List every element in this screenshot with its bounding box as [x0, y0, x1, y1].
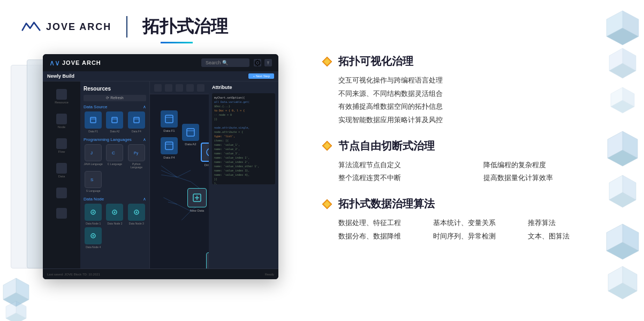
toolbar-btn-4: [186, 84, 194, 92]
bottom-bar-status: Ready: [265, 273, 274, 276]
app-bottom-bar: Last saved: JOVE Block TD: 10.2021 Ready: [43, 268, 278, 279]
sidebar-item-2: Node: [43, 110, 80, 132]
data-item-2: Data A2: [105, 111, 124, 133]
data-icon-1: [85, 111, 102, 129]
svg-line-46: [161, 170, 177, 177]
dnode-label-4: Data Node 4: [86, 245, 101, 249]
sidebar-icon-4: [56, 163, 67, 174]
svg-line-54: [168, 202, 177, 204]
svg-point-38: [93, 212, 94, 213]
programming-section: Programming Languages ∧: [84, 137, 146, 142]
app-main-panel: Resources ⟳ Refresh Data Source ∧: [80, 81, 278, 279]
feature-2-item-1: 算法流程节点自定义: [338, 159, 467, 172]
feature-section-2: 节点自由切断式治理 算法流程节点自定义 降低编程的复杂程度 整个流程连贯不中断 …: [321, 139, 612, 185]
sidebar-item-5: [43, 184, 80, 201]
data-icon-3: [128, 111, 145, 129]
feature-3-item-4: 时间序列、异常检测: [433, 230, 517, 243]
app-search-area: Search 🔍 ⚙ T: [201, 58, 272, 67]
feature-3-grid: 数据处理、特征工程 基本统计、变量关系 推荐算法 数据分布、数据降维 时间序列、…: [321, 217, 612, 243]
toolbar-btn-1: [154, 84, 162, 92]
dnode-label-1: Data Node 1: [86, 222, 101, 225]
node-label-data2: Data A2: [185, 143, 196, 146]
svg-text:C: C: [112, 151, 115, 155]
sidebar-icon-6: [56, 208, 67, 219]
bottom-bar-text: Last saved: JOVE Block TD: 10.2021: [47, 273, 100, 276]
sidebar-item-3: Flow: [43, 135, 80, 156]
prog-icon-2: C: [106, 144, 123, 161]
programming-label: Programming Languages: [84, 137, 132, 142]
user-icon: T: [264, 59, 272, 66]
svg-point-42: [135, 212, 137, 213]
app-sidebar: Resource Node Flow Data: [43, 81, 80, 279]
resources-panel-title: Resources: [84, 86, 111, 92]
node-icon-data1: [161, 110, 178, 128]
data-node-section: Data Node ∧: [84, 197, 146, 201]
prog-label-1: JAVA Language: [84, 162, 103, 166]
data-item-1: Data F1: [84, 111, 103, 133]
svg-text:Py: Py: [134, 151, 139, 155]
dnode-item-4: Data Node 4: [84, 227, 103, 249]
resources-panel: Resources ⟳ Refresh Data Source ∧: [80, 81, 150, 279]
sidebar-label-2: Node: [58, 125, 65, 129]
svg-rect-29: [112, 117, 117, 123]
prog-label-2: C Language: [108, 162, 122, 166]
logo-text: JOVE ARCH: [46, 21, 111, 33]
data-source-label: Data Source: [84, 104, 107, 109]
main-content: ∧∨ JOVE ARCH Search 🔍 ⚙ T Newly Build + …: [0, 49, 644, 316]
sidebar-item-1: Resource: [43, 86, 80, 107]
toolbar-btn-3: [176, 84, 183, 92]
dnode-icon-4: [85, 227, 102, 244]
node-label-merge: Drive 13: [204, 163, 209, 167]
sidebar-icon-1: [56, 89, 67, 100]
prog-icon-3: Py: [128, 144, 145, 161]
app-logo: ∧∨ JOVE ARCH: [49, 58, 101, 67]
svg-point-64: [207, 148, 209, 156]
sidebar-icon-5: [56, 188, 67, 198]
prog-item-3: Py Python Language: [127, 144, 146, 169]
feature-2-title-row: 节点自由切断式治理: [321, 139, 612, 153]
svg-text:J: J: [90, 151, 93, 155]
svg-line-53: [163, 198, 177, 205]
feature-1-item-2: 不同来源、不同结构数据灵活组合: [338, 87, 612, 101]
toolbar-btn-5: [197, 84, 204, 92]
prog-icon-1: J: [85, 144, 102, 161]
data-label-1: Data F1: [88, 130, 98, 133]
sidebar-icon-3: [56, 138, 67, 149]
sidebar-label-1: Resource: [55, 101, 69, 104]
flow-node-data2: Data A2: [182, 124, 199, 146]
dnode-label-3: Data Node 3: [129, 222, 144, 225]
resources-panel-header: Resources: [84, 86, 146, 92]
prog-item-4: S S Language: [84, 171, 103, 192]
dnode-icon-2: [106, 204, 123, 221]
feature-2-title: 节点自由切断式治理: [338, 139, 435, 153]
dnode-icon-3: [128, 204, 145, 221]
flow-node-data1: Data F1: [161, 110, 178, 132]
dnode-icon-1: [85, 204, 102, 221]
data-icon-2: [106, 111, 123, 129]
node-label-data3: Data F4: [163, 156, 175, 159]
svg-text:S: S: [90, 177, 93, 182]
feature-3-item-5: 推荐算法: [528, 217, 612, 230]
feature-2-diamond-icon: [321, 140, 333, 152]
data-node-label: Data Node: [84, 197, 104, 201]
svg-point-40: [114, 212, 116, 213]
sidebar-icon-2: [56, 114, 67, 124]
next-step-button: + Next Step: [248, 73, 274, 79]
node-label-data1: Data F1: [163, 129, 175, 132]
data-label-3: Data F4: [132, 130, 141, 133]
feature-1-items: 交互可视化操作与跨编程语言处理 不同来源、不同结构数据灵活组合 有效捕捉高维数据…: [321, 74, 612, 127]
flow-node-data3: Data F4: [161, 137, 178, 159]
app-logo-text: JOVE ARCH: [62, 59, 101, 66]
canvas-toolbar: [150, 81, 209, 94]
feature-3-item-1: 数据处理、特征工程: [338, 217, 422, 230]
sidebar-item-6: [43, 205, 80, 222]
refresh-button: ⟳ Refresh: [84, 95, 146, 101]
app-topbar-icons: ⚙ T: [254, 59, 272, 66]
data-source-grid: Data F1 Data A2: [84, 111, 146, 133]
svg-point-44: [93, 235, 94, 237]
programming-grid: J JAVA Language C C Language: [84, 144, 146, 192]
screenshot-area: ∧∨ JOVE ARCH Search 🔍 ⚙ T Newly Build + …: [21, 54, 289, 311]
feature-3-item-2: 数据分布、数据降维: [338, 230, 422, 243]
attribute-panel: Attribute myChart.setOption({ all Data.v…: [209, 81, 278, 279]
features-panel: 拓扑可视化治理 交互可视化操作与跨编程语言处理 不同来源、不同结构数据灵活组合 …: [310, 54, 623, 311]
